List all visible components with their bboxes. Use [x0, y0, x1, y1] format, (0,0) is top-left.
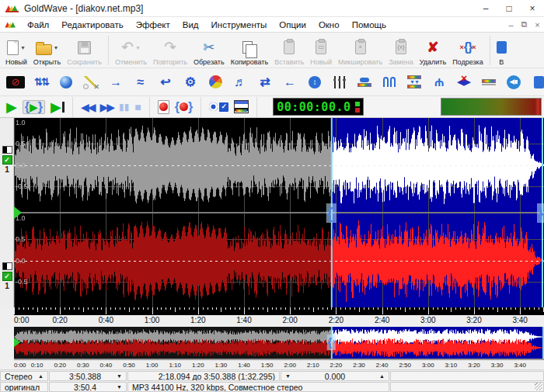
- overview-waveform-canvas[interactable]: [14, 327, 544, 359]
- spin-up-icon[interactable]: ▲: [38, 373, 44, 379]
- rewind-button[interactable]: ◀◀: [81, 102, 95, 113]
- play-all-button[interactable]: ▶: [51, 100, 65, 114]
- play-selection-button[interactable]: {▶}: [23, 100, 45, 114]
- dropdown-arrow-icon[interactable]: ▼: [20, 45, 26, 50]
- window-title: GoldWave - [diakov.net.mp3]: [24, 3, 474, 14]
- dropdown-arrow-icon[interactable]: ▼: [54, 45, 59, 50]
- fast-forward-button[interactable]: ▶▶: [99, 102, 113, 113]
- menu-item-5[interactable]: Опции: [273, 20, 312, 29]
- redo-button[interactable]: ↷Повторить: [150, 34, 190, 67]
- close-button[interactable]: ×: [521, 0, 544, 16]
- equalizer-sliders-icon[interactable]: [331, 72, 348, 92]
- menu-item-7[interactable]: Помощь: [346, 20, 392, 29]
- main-waveform-canvas[interactable]: [14, 118, 544, 307]
- pitch-score-icon[interactable]: ♬: [232, 72, 249, 92]
- blue-circle: [209, 102, 218, 111]
- mdi-restore-button[interactable]: ⧉: [518, 19, 531, 29]
- mix-button[interactable]: +Микшировать: [335, 34, 385, 67]
- ruler-ticks-canvas[interactable]: [14, 307, 544, 315]
- control-window-button[interactable]: [234, 100, 249, 113]
- noise-reduction-icon[interactable]: ◀▶✕: [455, 72, 473, 92]
- lcd-status-lights: [355, 102, 360, 113]
- page-icon: ▼: [7, 37, 26, 58]
- channel-pan-indicator[interactable]: [2, 146, 12, 154]
- channel-2-controls: ✓ 1: [1, 262, 13, 290]
- spin-down-icon[interactable]: ▼: [117, 384, 122, 390]
- silence-reduce-icon[interactable]: Ψ: [431, 72, 448, 92]
- resize-grip[interactable]: [535, 383, 542, 390]
- paste-button[interactable]: Вставить: [271, 34, 307, 67]
- channel-enable-checkbox[interactable]: ✓: [2, 272, 12, 281]
- menu-item-6[interactable]: Окно: [312, 20, 346, 29]
- record-button[interactable]: [158, 100, 169, 114]
- channel-mode-cell[interactable]: Стерео ▲: [0, 371, 48, 381]
- spin-down-icon[interactable]: ▼: [285, 373, 291, 379]
- record-selection-button[interactable]: {}: [175, 101, 193, 113]
- playback-device-icon[interactable]: ◀: [505, 72, 522, 92]
- overview-time-label: 2:40: [376, 362, 389, 369]
- expression-evaluator-icon[interactable]: [82, 72, 99, 92]
- time-label: 3:00: [420, 316, 435, 324]
- open-button[interactable]: ▼Открыть: [30, 34, 64, 67]
- monitor-toggle[interactable]: ✓: [209, 102, 228, 112]
- marker-value-cell[interactable]: ▼ 0.000 ▲: [281, 371, 389, 381]
- pause-button[interactable]: ▮▮: [119, 102, 129, 112]
- menu-item-1[interactable]: Редактировать: [55, 20, 129, 29]
- menu-item-4[interactable]: Инструменты: [205, 20, 274, 29]
- noise-gate-icon[interactable]: [381, 72, 398, 92]
- channel-enable-checkbox[interactable]: ✓: [2, 155, 12, 165]
- spectrum-filter-icon[interactable]: ▼▼: [406, 72, 423, 92]
- time-label: 0:40: [99, 316, 113, 324]
- folder-icon: ▼: [36, 37, 59, 58]
- speaker-shape: ◀: [507, 75, 521, 89]
- length-short-cell[interactable]: 3:50.4 ▼: [49, 382, 127, 392]
- stop-button[interactable]: ■: [134, 102, 141, 113]
- menu-item-3[interactable]: Вид: [176, 20, 205, 29]
- circle-arrows-shape: ↕: [309, 76, 321, 88]
- shape-volume-icon[interactable]: ⇅⇅: [33, 72, 50, 92]
- menu-item-2[interactable]: Эффект: [130, 20, 176, 29]
- clipped-effect-icon[interactable]: [530, 72, 544, 92]
- reverse-icon[interactable]: ↩: [157, 72, 174, 92]
- replace-button[interactable]: {x}Замена: [385, 34, 417, 67]
- undo-button[interactable]: ↶▼Отменить: [112, 34, 150, 67]
- new-button[interactable]: ▼Новый: [2, 34, 30, 67]
- cut-button[interactable]: ✂Обрезать: [190, 34, 228, 67]
- maximize-button[interactable]: □: [497, 0, 521, 16]
- mdi-minimize-button[interactable]: –: [504, 20, 518, 29]
- spin-down-icon[interactable]: ▼: [117, 373, 122, 379]
- mute-icon[interactable]: ⊘: [6, 72, 25, 92]
- pitch-sphere-icon[interactable]: [58, 72, 75, 92]
- minimize-button[interactable]: –: [474, 0, 497, 16]
- spin-up-icon[interactable]: ▲: [379, 373, 385, 379]
- doppler-icon[interactable]: ≈: [132, 72, 149, 92]
- overview-time-label: 1:40: [238, 362, 250, 369]
- status-empty-cell: [390, 382, 544, 392]
- paste-new-button[interactable]: ▭Новый: [307, 34, 335, 67]
- glyph: →: [110, 75, 122, 89]
- play-button[interactable]: ▶: [6, 100, 17, 114]
- save-button[interactable]: Сохранить: [64, 34, 105, 67]
- gate-doors-shape: [383, 77, 396, 87]
- mechanize-icon[interactable]: ⚙: [182, 72, 199, 92]
- band-eq-icon[interactable]: [356, 72, 373, 92]
- time-label: 2:40: [375, 316, 389, 324]
- status-row-2: оригинал 3:50.4 ▼ MP3 44100 Hz, 320 kbps…: [0, 382, 544, 392]
- dropdown-arrow-icon[interactable]: ▼: [135, 45, 141, 50]
- filter-wheel-icon[interactable]: [207, 72, 224, 92]
- max-volume-icon[interactable]: ↕: [306, 72, 323, 92]
- channel-pan-indicator[interactable]: [2, 262, 12, 270]
- trim-button[interactable]: ×{}×Подрезка: [449, 34, 486, 67]
- exchange-channels-icon[interactable]: ⇄: [256, 72, 274, 92]
- toolbar-separator: [72, 97, 73, 117]
- delete-button[interactable]: ✘Удалить: [417, 34, 449, 67]
- copy-button[interactable]: Копировать: [228, 34, 271, 67]
- clipped-button[interactable]: В: [493, 34, 510, 67]
- total-length-cell[interactable]: 3:50.388 ▼: [49, 371, 127, 381]
- clipboard-mix-icon: +: [355, 37, 366, 58]
- mdi-close-button[interactable]: ×: [531, 20, 544, 29]
- menu-item-0[interactable]: Файл: [21, 20, 55, 29]
- offset-right-icon[interactable]: →: [107, 72, 124, 92]
- smoother-icon[interactable]: [480, 72, 497, 92]
- offset-left-icon[interactable]: ←: [281, 72, 298, 92]
